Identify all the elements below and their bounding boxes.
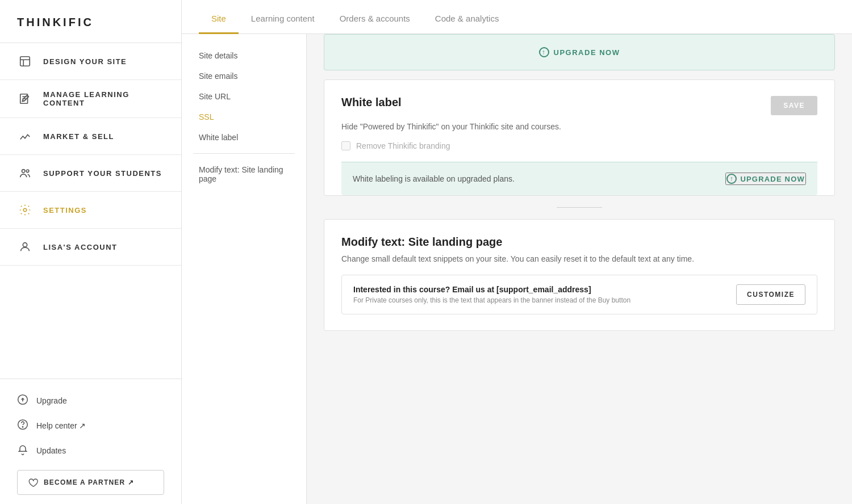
- tab-orders[interactable]: Orders & accounts: [327, 3, 423, 34]
- white-label-title: White label: [341, 96, 402, 109]
- sidebar: THINKIFIC Design Your Site Manage Learni…: [0, 0, 182, 504]
- svg-point-2: [22, 170, 26, 173]
- tab-code[interactable]: Code & analytics: [423, 3, 512, 34]
- upgrade-now-label-top: UPGRADE NOW: [554, 48, 620, 57]
- white-label-header: White label SAVE: [341, 96, 817, 115]
- svg-point-8: [22, 427, 23, 427]
- sidebar-item-support[interactable]: Support Your Students: [0, 155, 181, 192]
- upgrade-info-text: White labeling is available on upgraded …: [353, 174, 515, 183]
- sidebar-item-label-manage: Manage Learning Content: [43, 90, 164, 107]
- edit-icon: [17, 91, 33, 107]
- sidebar-updates-item[interactable]: Updates: [17, 438, 164, 463]
- sidebar-logo: THINKIFIC: [0, 0, 181, 43]
- subnav-site-details[interactable]: Site details: [182, 45, 306, 66]
- modify-text-desc: Change small default text snippets on yo…: [341, 254, 817, 263]
- sidebar-item-design[interactable]: Design Your Site: [0, 43, 181, 80]
- svg-point-5: [23, 243, 27, 247]
- white-label-card: White label SAVE Hide "Powered by Thinki…: [324, 79, 835, 196]
- sidebar-item-account-label: Lisa's Account: [43, 243, 118, 251]
- sidebar-item-label-market: Market & Sell: [43, 132, 114, 141]
- sidebar-nav: Design Your Site Manage Learning Content…: [0, 43, 181, 379]
- modify-text-item: Interested in this course? Email us at […: [341, 275, 817, 314]
- sidebar-item-settings[interactable]: Settings: [0, 192, 181, 229]
- right-content: ↑ UPGRADE NOW White label SAVE Hide "Pow…: [307, 34, 852, 504]
- updates-label: Updates: [36, 446, 66, 455]
- checkbox-row: Remove Thinkific branding: [341, 141, 817, 162]
- subnav-white-label[interactable]: White label: [182, 127, 306, 148]
- customize-button[interactable]: CUSTOMIZE: [736, 284, 805, 305]
- section-divider: [557, 207, 602, 208]
- sidebar-item-manage[interactable]: Manage Learning Content: [0, 80, 181, 118]
- layout-icon: [17, 53, 33, 69]
- upgrade-banner: ↑ UPGRADE NOW: [324, 34, 835, 70]
- sidebar-item-account[interactable]: Lisa's Account: [0, 229, 181, 266]
- upgrade-now-button-white-label[interactable]: ↑ UPGRADE NOW: [725, 173, 806, 185]
- subnav-ssl[interactable]: SSL: [182, 107, 306, 127]
- checkbox-label: Remove Thinkific branding: [356, 141, 450, 150]
- partner-label: BECOME A PARTNER ↗: [44, 478, 134, 486]
- modify-text-title: Modify text: Site landing page: [341, 236, 817, 249]
- subnav-site-url[interactable]: Site URL: [182, 86, 306, 107]
- sidebar-upgrade-item[interactable]: Upgrade: [17, 388, 164, 413]
- become-partner-button[interactable]: BECOME A PARTNER ↗: [17, 470, 164, 495]
- svg-rect-0: [20, 57, 30, 66]
- sidebar-item-label-settings: Settings: [43, 206, 87, 215]
- tab-learning[interactable]: Learning content: [239, 3, 327, 34]
- sidebar-item-label-support: Support Your Students: [43, 169, 162, 178]
- logo-text: THINKIFIC: [17, 16, 94, 28]
- sidebar-help-item[interactable]: Help center ↗: [17, 413, 164, 438]
- upgrade-circle-icon-wl: ↑: [726, 174, 737, 184]
- subnav-divider: [193, 153, 295, 154]
- person-icon: [17, 239, 33, 255]
- arrow-up-circle-icon: [17, 394, 28, 408]
- tab-site[interactable]: Site: [199, 3, 239, 34]
- modify-item-title: Interested in this course? Email us at […: [353, 285, 630, 294]
- help-circle-icon: [17, 419, 28, 432]
- sub-nav: Site details Site emails Site URL SSL Wh…: [182, 34, 307, 504]
- modify-item-subtitle: For Private courses only, this is the te…: [353, 296, 630, 304]
- save-button[interactable]: SAVE: [771, 96, 817, 115]
- svg-point-3: [26, 170, 29, 173]
- chart-icon: [17, 128, 33, 144]
- top-tabs: Site Learning content Orders & accounts …: [182, 0, 852, 34]
- modify-item-text: Interested in this course? Email us at […: [353, 285, 630, 304]
- white-label-section: White label SAVE Hide "Powered by Thinki…: [324, 79, 835, 196]
- upgrade-label: Upgrade: [36, 396, 67, 405]
- upgrade-info-row: White labeling is available on upgraded …: [341, 162, 817, 195]
- upgrade-now-label-wl: UPGRADE NOW: [740, 175, 805, 183]
- main-area: Site Learning content Orders & accounts …: [182, 0, 852, 504]
- content-area: Site details Site emails Site URL SSL Wh…: [182, 34, 852, 504]
- white-label-desc: Hide "Powered by Thinkific" on your Thin…: [341, 122, 817, 131]
- svg-point-4: [23, 208, 27, 212]
- bell-icon: [17, 444, 28, 457]
- remove-branding-checkbox[interactable]: [341, 141, 350, 150]
- subnav-site-emails[interactable]: Site emails: [182, 66, 306, 86]
- help-label: Help center ↗: [36, 421, 86, 430]
- modify-text-card: Modify text: Site landing page Change sm…: [324, 219, 835, 331]
- upgrade-now-button-top[interactable]: ↑ UPGRADE NOW: [539, 47, 620, 57]
- partner-icon: [28, 477, 38, 488]
- upgrade-circle-icon-top: ↑: [539, 47, 549, 57]
- gear-icon: [17, 202, 33, 218]
- sidebar-bottom: Upgrade Help center ↗ Updates BECOME A P…: [0, 379, 181, 504]
- sidebar-item-market[interactable]: Market & Sell: [0, 118, 181, 155]
- sidebar-item-label-design: Design Your Site: [43, 57, 127, 66]
- users-icon: [17, 165, 33, 181]
- subnav-modify-text[interactable]: Modify text: Site landing page: [182, 159, 306, 189]
